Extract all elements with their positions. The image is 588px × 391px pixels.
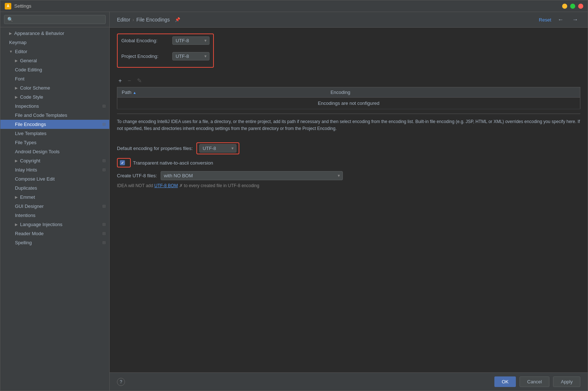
ok-button[interactable]: OK: [494, 376, 516, 387]
sidebar-item-code-editing[interactable]: Code Editing: [0, 65, 109, 74]
arrow-icon: ▶: [15, 222, 18, 226]
sidebar-item-label: File and Code Templates: [15, 112, 67, 118]
idea-note: IDEA will NOT add UTF-8 BOM ✗ to every c…: [117, 183, 580, 188]
sidebar: ▶ Appearance & Behavior Keymap ▼ Editor …: [0, 12, 110, 391]
maximize-button[interactable]: [570, 4, 575, 9]
sidebar-item-label: Keymap: [9, 40, 27, 45]
main-layout: ▶ Appearance & Behavior Keymap ▼ Editor …: [0, 12, 588, 391]
sidebar-item-label: GUI Designer: [15, 204, 44, 209]
sidebar-item-label: Live Templates: [15, 131, 46, 136]
sidebar-item-android-design-tools[interactable]: Android Design Tools: [0, 147, 109, 156]
sidebar-item-intentions[interactable]: Intentions: [0, 211, 109, 220]
global-encoding-select[interactable]: UTF-8 ISO-8859-1 US-ASCII UTF-16: [172, 36, 209, 45]
sidebar-item-keymap[interactable]: Keymap: [0, 38, 109, 47]
sidebar-item-label: Inspections: [15, 103, 39, 109]
sidebar-item-compose-live-edit[interactable]: Compose Live Edit: [0, 174, 109, 183]
table-toolbar: + − ✎: [117, 76, 580, 85]
project-encoding-select[interactable]: UTF-8 ISO-8859-1 US-ASCII UTF-16: [172, 52, 209, 60]
settings-window: A Settings ▶ Appearance & Behavior Keyma…: [0, 0, 588, 391]
sidebar-item-duplicates[interactable]: Duplicates: [0, 183, 109, 193]
sidebar-item-label: General: [20, 58, 37, 63]
project-encoding-select-wrapper: UTF-8 ISO-8859-1 US-ASCII UTF-16 ▼: [172, 52, 209, 60]
sidebar-item-label: Compose Live Edit: [15, 176, 55, 182]
sidebar-item-code-style[interactable]: ▶ Code Style: [0, 92, 109, 102]
cancel-button[interactable]: Cancel: [520, 376, 549, 387]
sidebar-item-spelling[interactable]: Spelling ⊟: [0, 238, 109, 247]
default-encoding-box: UTF-8 ISO-8859-1 US-ASCII UTF-16 ▼: [196, 142, 239, 154]
sidebar-item-language-injections[interactable]: ▶ Language Injections ⊟: [0, 220, 109, 229]
sidebar-item-font[interactable]: Font: [0, 74, 109, 83]
checkbox-check-icon: ✓: [121, 161, 124, 165]
sidebar-item-file-and-code-templates[interactable]: File and Code Templates: [0, 111, 109, 120]
footer-left: ?: [117, 378, 125, 386]
global-encoding-select-wrapper: UTF-8 ISO-8859-1 US-ASCII UTF-16 ▼: [172, 36, 209, 45]
sidebar-item-general[interactable]: ▶ General: [0, 56, 109, 65]
info-text: To change encoding IntelliJ IDEA uses fo…: [117, 114, 580, 137]
sidebar-item-editor[interactable]: ▼ Editor: [0, 47, 109, 56]
help-button[interactable]: ?: [117, 378, 125, 386]
minimize-button[interactable]: [562, 4, 567, 9]
apply-button[interactable]: Apply: [553, 376, 580, 387]
sidebar-item-label: File Types: [15, 140, 36, 145]
sidebar-item-file-types[interactable]: File Types: [0, 138, 109, 147]
badge-icon: ⊟: [102, 204, 106, 209]
content-body: Global Encoding: UTF-8 ISO-8859-1 US-ASC…: [110, 28, 588, 372]
breadcrumb: Editor › File Encodings 📌: [117, 17, 180, 23]
create-utf8-row: Create UTF-8 files: with NO BOM with BOM…: [117, 171, 580, 180]
sidebar-item-emmet[interactable]: ▶ Emmet: [0, 193, 109, 202]
forward-button[interactable]: →: [570, 16, 580, 24]
sidebar-item-file-encodings[interactable]: File Encodings ⊟: [0, 120, 109, 129]
reset-button[interactable]: Reset: [539, 17, 551, 23]
project-encoding-row: Project Encoding: UTF-8 ISO-8859-1 US-AS…: [121, 52, 209, 60]
global-encoding-label: Global Encoding:: [121, 38, 172, 43]
sidebar-item-color-scheme[interactable]: ▶ Color Scheme: [0, 83, 109, 92]
arrow-icon: ▼: [9, 50, 13, 54]
transparent-checkbox-box: ✓: [117, 158, 131, 167]
breadcrumb-parent: Editor: [117, 17, 130, 23]
sidebar-item-inspections[interactable]: Inspections ⊟: [0, 102, 109, 111]
badge-icon: ⊟: [102, 158, 106, 163]
content-header: Editor › File Encodings 📌 Reset ← →: [110, 12, 588, 28]
sidebar-item-inlay-hints[interactable]: Inlay Hints ⊟: [0, 165, 109, 174]
sidebar-item-label: Duplicates: [15, 185, 37, 191]
sidebar-item-live-templates[interactable]: Live Templates: [0, 129, 109, 138]
footer-right: OK Cancel Apply: [494, 376, 580, 387]
close-button[interactable]: [578, 4, 583, 9]
transparent-row: ✓ Transparent native-to-ascii conversion: [117, 158, 580, 167]
badge-icon: ⊟: [102, 122, 106, 127]
badge-icon: ⊟: [102, 222, 106, 227]
default-encoding-select[interactable]: UTF-8 ISO-8859-1 US-ASCII UTF-16: [199, 144, 236, 153]
search-input[interactable]: [4, 15, 106, 24]
header-actions: Reset ← →: [539, 16, 580, 24]
window-title: Settings: [14, 3, 31, 9]
project-encoding-label: Project Encoding:: [121, 54, 172, 59]
default-encoding-label: Default encoding for properties files:: [117, 146, 193, 151]
idea-note-suffix: ✗ to every created file in UTF-8 encodin…: [179, 183, 259, 188]
arrow-icon: ▶: [15, 95, 18, 99]
transparent-checkbox[interactable]: ✓: [120, 160, 125, 165]
arrow-icon: ▶: [15, 59, 18, 63]
sidebar-item-copyright[interactable]: ▶ Copyright ⊟: [0, 156, 109, 165]
badge-icon: ⊟: [102, 231, 106, 236]
sidebar-item-label: Emmet: [20, 194, 35, 200]
window-controls: [562, 4, 583, 9]
sidebar-item-gui-designer[interactable]: GUI Designer ⊟: [0, 202, 109, 211]
utf8-bom-link[interactable]: UTF-8 BOM: [154, 183, 178, 188]
sidebar-item-appearance[interactable]: ▶ Appearance & Behavior: [0, 29, 109, 38]
add-path-button[interactable]: +: [117, 77, 123, 85]
sidebar-item-label: Code Style: [20, 94, 43, 100]
remove-path-button[interactable]: −: [126, 77, 132, 85]
sidebar-item-reader-mode[interactable]: Reader Mode ⊟: [0, 229, 109, 238]
back-button[interactable]: ←: [556, 16, 566, 24]
column-encoding: Encoding: [326, 87, 580, 98]
badge-icon: ⊟: [102, 104, 106, 108]
sidebar-item-label: Language Injections: [20, 222, 62, 227]
encodings-table: Path ▲ Encoding Encodings are not config…: [117, 87, 580, 109]
sidebar-item-label: File Encodings: [15, 122, 46, 127]
sidebar-item-label: Appearance & Behavior: [14, 31, 64, 36]
idea-note-prefix: IDEA will NOT add: [117, 183, 154, 188]
table-empty-row: Encodings are not configured: [117, 98, 580, 109]
create-utf8-select[interactable]: with NO BOM with BOM Ask: [161, 171, 343, 180]
column-path: Path ▲: [117, 87, 326, 98]
edit-path-button[interactable]: ✎: [136, 76, 143, 85]
